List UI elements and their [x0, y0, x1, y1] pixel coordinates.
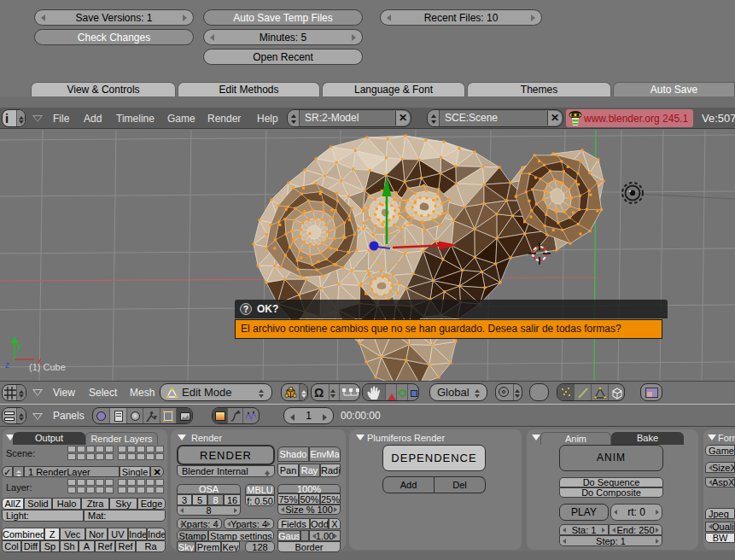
svg-text:z: z	[5, 360, 9, 370]
svg-text:y: y	[17, 341, 21, 351]
